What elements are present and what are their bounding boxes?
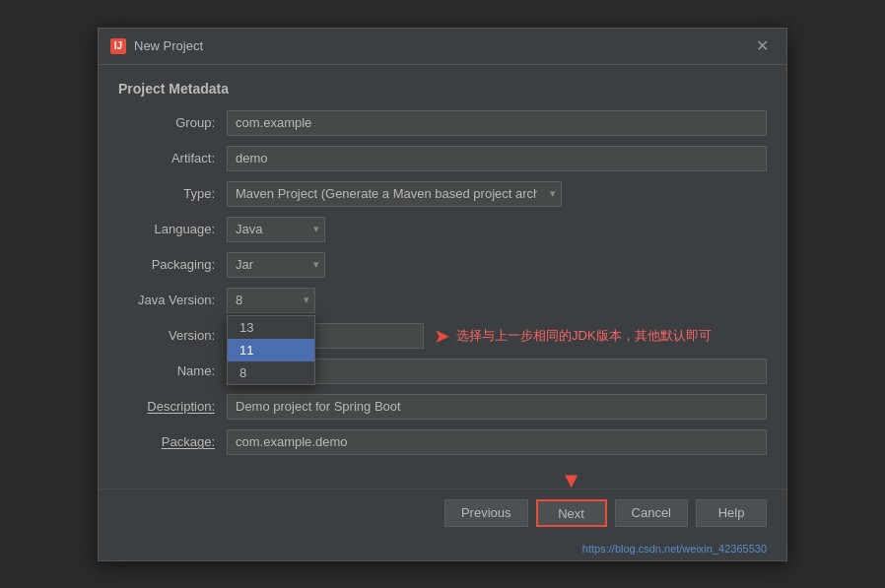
- group-input[interactable]: [227, 110, 767, 136]
- dropdown-item-11[interactable]: 11: [228, 339, 314, 361]
- java-version-label: Java Version:: [118, 293, 227, 307]
- artifact-input[interactable]: [227, 146, 767, 171]
- java-version-select-wrapper: 8: [227, 288, 315, 313]
- group-row: Group:: [118, 110, 767, 136]
- next-button[interactable]: Next: [536, 499, 607, 527]
- dialog-body: Project Metadata Group: Artifact: Type: …: [99, 65, 786, 481]
- packaging-label: Packaging:: [118, 257, 227, 272]
- help-button[interactable]: Help: [696, 499, 767, 527]
- annotation-text: 选择与上一步相同的JDK版本，其他默认即可: [456, 327, 712, 345]
- type-select-wrapper: Maven Project (Generate a Maven based pr…: [227, 181, 562, 207]
- cancel-button[interactable]: Cancel: [615, 499, 688, 527]
- description-row: Description:: [118, 394, 767, 420]
- packaging-row: Packaging: Jar: [118, 252, 767, 278]
- package-row: Package:: [118, 429, 767, 455]
- version-row: Version: ➤ 选择与上一步相同的JDK版本，其他默认即可: [118, 323, 767, 349]
- language-select-wrapper: Java: [227, 217, 325, 242]
- java-version-row: Java Version: 8 13 11 8: [118, 288, 767, 313]
- watermark-url: https://blog.csdn.net/weixin_42365530: [582, 543, 767, 555]
- java-version-dropdown-container: 8 13 11 8: [227, 288, 315, 313]
- arrow-icon: ➤: [434, 324, 450, 348]
- type-row: Type: Maven Project (Generate a Maven ba…: [118, 181, 767, 207]
- version-label: Version:: [118, 328, 227, 343]
- group-label: Group:: [118, 115, 227, 130]
- dialog-title: New Project: [134, 38, 203, 53]
- new-project-dialog: IJ New Project ✕ Project Metadata Group:…: [98, 28, 787, 561]
- java-version-dropdown-menu: 13 11 8: [227, 315, 315, 385]
- artifact-row: Artifact:: [118, 146, 767, 171]
- dialog-footer: Previous ▼ Next Cancel Help: [99, 489, 786, 541]
- watermark: https://blog.csdn.net/weixin_42365530: [99, 541, 786, 560]
- description-input[interactable]: [227, 394, 767, 420]
- package-input[interactable]: [227, 429, 767, 455]
- title-bar-left: IJ New Project: [110, 38, 203, 54]
- package-label: Package:: [118, 434, 227, 449]
- close-button[interactable]: ✕: [750, 36, 775, 56]
- language-row: Language: Java: [118, 217, 767, 242]
- description-label: Description:: [118, 399, 227, 414]
- language-label: Language:: [118, 222, 227, 236]
- section-title: Project Metadata: [118, 81, 767, 97]
- packaging-select[interactable]: Jar: [227, 252, 325, 278]
- artifact-label: Artifact:: [118, 151, 227, 165]
- title-bar: IJ New Project ✕: [99, 29, 786, 65]
- name-label: Name:: [118, 363, 227, 378]
- packaging-select-wrapper: Jar: [227, 252, 325, 278]
- type-select[interactable]: Maven Project (Generate a Maven based pr…: [227, 181, 562, 207]
- next-arrow-icon: ▼: [561, 470, 582, 491]
- intellij-icon: IJ: [110, 38, 126, 54]
- type-label: Type:: [118, 186, 227, 201]
- annotation-arrow: ➤ 选择与上一步相同的JDK版本，其他默认即可: [434, 324, 712, 348]
- dropdown-item-13[interactable]: 13: [228, 316, 314, 339]
- language-select[interactable]: Java: [227, 217, 325, 242]
- name-row: Name:: [118, 359, 767, 384]
- dropdown-item-8[interactable]: 8: [228, 361, 314, 384]
- next-button-container: ▼ Next: [536, 499, 607, 527]
- previous-button[interactable]: Previous: [444, 499, 528, 527]
- java-version-select[interactable]: 8: [227, 288, 315, 313]
